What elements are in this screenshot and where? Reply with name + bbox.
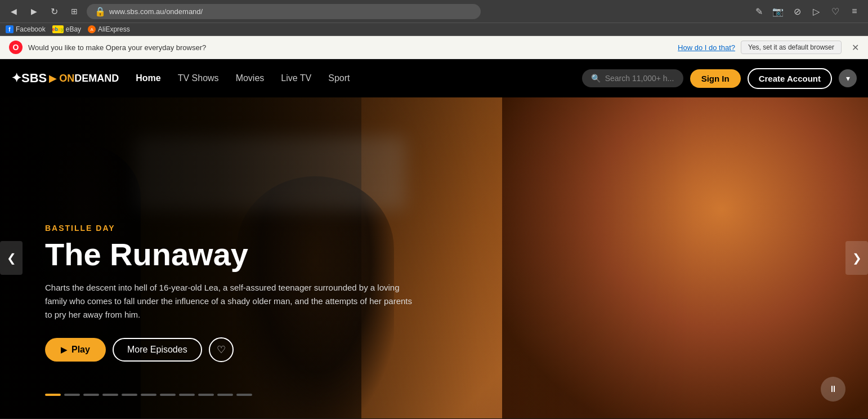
nav-home[interactable]: Home xyxy=(136,69,160,88)
chevron-right-icon: ❯ xyxy=(852,251,862,265)
carousel-dots xyxy=(45,394,252,396)
carousel-dot-6[interactable] xyxy=(141,394,156,396)
signin-button[interactable]: Sign In xyxy=(690,69,741,88)
sbs-logo[interactable]: ✦SBS ▶ ONDEMAND xyxy=(11,71,119,86)
carousel-dot-8[interactable] xyxy=(179,394,195,396)
bookmark-ebay[interactable]: ebay eBay xyxy=(52,25,81,33)
carousel-prev-button[interactable]: ❮ xyxy=(0,241,23,275)
nav-live-tv[interactable]: Live TV xyxy=(281,69,311,88)
bookmark-aliexpress[interactable]: A AliExpress xyxy=(88,25,130,33)
play-icon: ▶ xyxy=(61,345,67,354)
nav-tv-shows[interactable]: TV Shows xyxy=(178,69,219,88)
refresh-button[interactable]: ↻ xyxy=(46,3,62,19)
set-default-button[interactable]: Yes, set it as default browser xyxy=(741,41,842,54)
sbs-header: ✦SBS ▶ ONDEMAND Home TV Shows Movies Liv… xyxy=(0,59,868,97)
hero-description: Charts the descent into hell of 16-year-… xyxy=(45,281,417,322)
more-episodes-button[interactable]: More Episodes xyxy=(113,338,202,362)
search-box[interactable]: 🔍 Search 11,000+ h... xyxy=(582,69,683,87)
browser-chrome: ◀ ▶ ↻ ⊞ 🔒 www.sbs.com.au/ondemand/ ✎ 📷 ⊘… xyxy=(0,0,868,36)
on-demand-text: ONDEMAND xyxy=(59,73,119,84)
carousel-dot-10[interactable] xyxy=(217,394,233,396)
pause-button[interactable]: ⏸ xyxy=(821,377,845,402)
create-account-button[interactable]: Create Account xyxy=(748,68,832,89)
ebay-icon: ebay xyxy=(52,25,64,33)
nav-movies[interactable]: Movies xyxy=(236,69,265,88)
edit-icon[interactable]: ✎ xyxy=(751,3,767,19)
browser-actions: ✎ 📷 ⊘ ▷ ♡ ≡ xyxy=(751,3,862,19)
browser-titlebar: ◀ ▶ ↻ ⊞ 🔒 www.sbs.com.au/ondemand/ ✎ 📷 ⊘… xyxy=(0,0,868,23)
url-text: www.sbs.com.au/ondemand/ xyxy=(109,7,203,16)
menu-icon[interactable]: ≡ xyxy=(847,3,862,19)
profile-dropdown-button[interactable]: ▾ xyxy=(839,69,857,87)
chevron-left-icon: ❮ xyxy=(7,251,16,265)
notification-text: Would you like to make Opera your everyd… xyxy=(28,43,672,52)
hero-title: The Runaway xyxy=(45,237,417,272)
header-right: 🔍 Search 11,000+ h... Sign In Create Acc… xyxy=(582,68,857,89)
play-label: Play xyxy=(71,345,90,355)
hero-category: BASTILLE DAY xyxy=(45,224,417,233)
heart-outline-icon: ♡ xyxy=(217,344,226,356)
search-placeholder-text: Search 11,000+ h... xyxy=(605,74,674,83)
ebay-label: eBay xyxy=(66,25,81,33)
notification-close-button[interactable]: ✕ xyxy=(852,42,859,53)
media-icon[interactable]: ▷ xyxy=(808,3,824,19)
camera-icon[interactable]: 📷 xyxy=(770,3,786,19)
bookmark-facebook[interactable]: f Facebook xyxy=(6,25,46,33)
aliexpress-icon: A xyxy=(88,25,96,33)
aliexpress-label: AliExpress xyxy=(98,25,130,33)
back-button[interactable]: ◀ xyxy=(6,3,21,19)
opera-logo: O xyxy=(9,41,23,54)
hero-buttons: ▶ Play More Episodes ♡ xyxy=(45,337,417,362)
lock-icon: 🔒 xyxy=(95,6,106,17)
carousel-dot-4[interactable] xyxy=(102,394,118,396)
play-button[interactable]: ▶ Play xyxy=(45,338,106,362)
carousel-next-button[interactable]: ❯ xyxy=(845,241,868,275)
vpn-icon[interactable]: ⊘ xyxy=(789,3,805,19)
search-icon: 🔍 xyxy=(591,74,601,83)
wishlist-button[interactable]: ♡ xyxy=(209,337,234,362)
facebook-label: Facebook xyxy=(16,25,46,33)
sbs-arrow-icon: ▶ xyxy=(49,72,57,84)
forward-button[interactable]: ▶ xyxy=(26,3,42,19)
hero-section: ❮ BASTILLE DAY The Runaway Charts the de… xyxy=(0,97,868,418)
nav-sport[interactable]: Sport xyxy=(328,69,350,88)
pause-icon: ⏸ xyxy=(829,384,838,394)
address-bar[interactable]: 🔒 www.sbs.com.au/ondemand/ xyxy=(87,4,481,19)
chevron-down-icon: ▾ xyxy=(846,74,850,83)
grid-view-button[interactable]: ⊞ xyxy=(66,3,82,19)
notification-link[interactable]: How do I do that? xyxy=(678,43,735,52)
carousel-dot-5[interactable] xyxy=(122,394,137,396)
facebook-icon: f xyxy=(6,25,14,33)
carousel-dot-11[interactable] xyxy=(236,394,252,396)
carousel-dot-7[interactable] xyxy=(160,394,176,396)
carousel-dot-2[interactable] xyxy=(64,394,80,396)
carousel-dot-1[interactable] xyxy=(45,394,61,396)
carousel-dot-9[interactable] xyxy=(198,394,214,396)
heart-icon[interactable]: ♡ xyxy=(827,3,843,19)
notification-bar: O Would you like to make Opera your ever… xyxy=(0,36,868,59)
main-nav: Home TV Shows Movies Live TV Sport xyxy=(136,69,581,88)
bookmarks-bar: f Facebook ebay eBay A AliExpress xyxy=(0,23,868,35)
sbs-text: ✦SBS xyxy=(11,71,47,86)
carousel-dot-3[interactable] xyxy=(83,394,99,396)
hero-content: BASTILLE DAY The Runaway Charts the desc… xyxy=(45,224,417,362)
